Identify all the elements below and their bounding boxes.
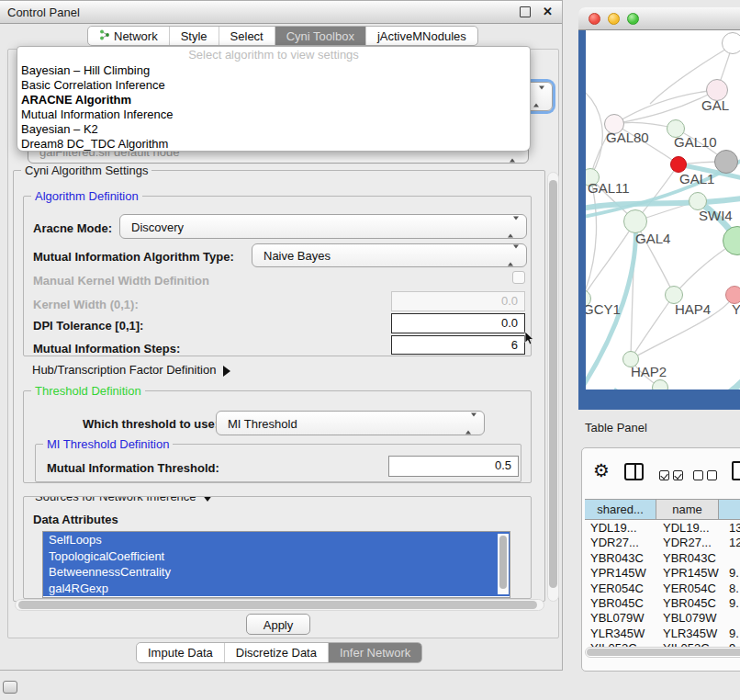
table-horizontal-scrollbar[interactable] <box>585 647 740 658</box>
tab-jactivemnodules[interactable]: jActiveMNodules <box>365 27 477 45</box>
algorithm-popup-placeholder: Select algorithm to view settings <box>17 47 530 63</box>
close-traffic-light[interactable] <box>589 13 600 25</box>
columns-icon[interactable] <box>624 463 644 480</box>
mi-threshold-field[interactable]: 0.5 <box>388 456 519 477</box>
hub-definition-expander[interactable]: Hub/Transcription Factor Definition <box>32 363 230 377</box>
cyni-algorithm-settings-group: Cyni Algorithm Settings Algorithm Defini… <box>13 170 545 602</box>
node-cut-top[interactable] <box>722 32 740 54</box>
minimize-traffic-light[interactable] <box>608 13 620 25</box>
list-scrollbar[interactable] <box>498 534 509 594</box>
mi-algorithm-type-combobox[interactable]: Naive Bayes <box>252 243 527 267</box>
table-panel-title: Table Panel <box>585 421 647 435</box>
algorithm-definition-title: Algorithm Definition <box>31 189 142 203</box>
node-label-hap4: HAP4 <box>675 301 711 317</box>
network-icon <box>99 29 110 43</box>
table-cell: 9. <box>729 596 740 611</box>
mi-steps-label: Mutual Information Steps: <box>33 342 180 356</box>
algorithm-option-bayesian-k2[interactable]: Bayesian – K2 <box>17 122 530 137</box>
gear-icon[interactable]: ⚙ <box>593 460 610 480</box>
table-cell: YDR27... <box>585 536 663 550</box>
dpi-tolerance-label: DPI Tolerance [0,1]: <box>33 319 143 333</box>
data-attribute-item[interactable]: SelfLoops <box>43 532 510 548</box>
kernel-width-field[interactable]: 0.0 <box>391 291 525 311</box>
data-attribute-item[interactable]: TopologicalCoefficient <box>43 548 510 565</box>
desktop: Control Panel ✕ galFiltered.sif default … <box>0 0 740 700</box>
table-cell: 9. <box>729 627 740 641</box>
tab-infer-network[interactable]: Infer Network <box>328 643 421 662</box>
which-threshold-combobox[interactable]: MI Threshold <box>216 411 485 435</box>
table-row[interactable]: YBL079WYBL079W <box>585 611 740 626</box>
node-gray[interactable] <box>714 150 738 174</box>
data-attribute-item[interactable]: gal4RGexp <box>43 581 510 597</box>
mi-steps-field[interactable]: 6 <box>391 335 525 355</box>
algorithm-option-aracne-algorithm[interactable]: ARACNE Algorithm <box>17 93 530 107</box>
node-label-gal: GAL <box>701 97 729 113</box>
which-threshold-label: Which threshold to use: <box>83 417 219 431</box>
algorithm-dropdown-popup: Select algorithm to view settings Bayesi… <box>17 46 531 152</box>
algorithm-option-mutual-information-inference[interactable]: Mutual Information Inference <box>17 107 530 122</box>
node-cut-bottom[interactable] <box>652 379 668 390</box>
aracne-mode-label: Aracne Mode: <box>33 221 112 235</box>
manual-kernel-checkbox[interactable] <box>512 271 525 284</box>
table-cell: YBL079W <box>585 611 663 626</box>
panel-title: Control Panel <box>7 6 520 19</box>
tab-impute-data[interactable]: Impute Data <box>137 643 224 662</box>
algorithm-option-bayesian-hill-climbing[interactable]: Bayesian – Hill Climbing <box>17 63 530 78</box>
tab-label: Cyni Toolbox <box>286 29 354 43</box>
table-header: shared...name <box>585 499 740 520</box>
tab-cyni-toolbox[interactable]: Cyni Toolbox <box>275 27 365 45</box>
settings-group-title: Cyni Algorithm Settings <box>21 164 151 177</box>
algorithm-option-basic-correlation-inference[interactable]: Basic Correlation Inference <box>17 78 530 93</box>
table-row[interactable]: YPR145WYPR145W9. <box>585 566 740 581</box>
table-row[interactable]: YDL19...YDL19...13 <box>585 521 740 536</box>
tab-label: Discretize Data <box>236 646 317 660</box>
table-row[interactable]: YBR045CYBR045C9. <box>585 596 740 611</box>
table-cell <box>729 611 740 626</box>
deselect-all-checkboxes-icon[interactable] <box>693 468 721 484</box>
table-row[interactable]: YBR043CYBR043C <box>585 551 740 566</box>
tab-select[interactable]: Select <box>219 27 275 45</box>
tab-style[interactable]: Style <box>169 27 219 45</box>
algorithm-option-dream8-dc-tdc-algorithm[interactable]: Dream8 DC_TDC Algorithm <box>17 137 530 152</box>
network-window-frame: GALGAL80GAL10GAL1GAL11SWI4GAL4GCY1HAP4YH… <box>578 30 740 410</box>
mi-type-label: Mutual Information Algorithm Type: <box>33 250 234 264</box>
zoom-traffic-light[interactable] <box>627 13 639 25</box>
node-label-swi4: SWI4 <box>699 208 733 223</box>
collapsed-panel-icon[interactable] <box>3 681 17 694</box>
threshold-definition-group: Threshold Definition Which threshold to … <box>23 390 532 483</box>
data-attribute-item[interactable]: BetweennessCentrality <box>43 564 510 581</box>
table-cell: 8. <box>729 581 740 596</box>
column-header-shared[interactable]: shared... <box>585 500 656 519</box>
table-body: YDL19...YDL19...13YDR27...YDR27...12YBR0… <box>585 521 740 647</box>
table-cell: YBL079W <box>663 611 729 626</box>
table-cell: YBR043C <box>663 551 729 566</box>
node-label-gal10: GAL10 <box>674 134 717 150</box>
select-all-checkboxes-icon[interactable] <box>659 468 687 484</box>
aracne-mode-combobox[interactable]: Discovery <box>119 214 527 239</box>
table-cell: YER054C <box>585 581 663 596</box>
table-cell: YBR043C <box>585 551 663 566</box>
network-canvas[interactable]: GALGAL80GAL10GAL1GAL11SWI4GAL4GCY1HAP4YH… <box>586 30 740 390</box>
float-panel-icon[interactable] <box>520 6 531 17</box>
column-header-cut[interactable] <box>719 500 740 519</box>
apply-button[interactable]: Apply <box>246 614 310 635</box>
chevron-updown-icon <box>508 249 519 263</box>
document-icon[interactable] <box>732 461 740 480</box>
expander-right-icon <box>223 366 230 377</box>
mi-threshold-definition-group: MI Threshold Definition Mutual Informati… <box>35 444 521 482</box>
settings-horizontal-scrollbar[interactable] <box>15 599 544 611</box>
node-label-gal4: GAL4 <box>635 231 670 246</box>
network-window-titlebar <box>578 7 740 30</box>
mouse-cursor <box>524 332 535 346</box>
table-row[interactable]: YDR27...YDR27...12 <box>585 536 740 550</box>
table-row[interactable]: YLR345WYLR345W9. <box>585 627 740 641</box>
dpi-tolerance-field[interactable]: 0.0 <box>391 313 525 333</box>
column-header-name[interactable]: name <box>656 500 719 519</box>
tab-network[interactable]: Network <box>88 27 169 45</box>
settings-vertical-scrollbar[interactable] <box>547 172 559 602</box>
table-cell: YDL19... <box>585 521 663 536</box>
tab-discretize-data[interactable]: Discretize Data <box>224 643 328 662</box>
node-label-y: Y <box>732 301 740 317</box>
close-icon[interactable]: ✕ <box>543 7 553 17</box>
table-row[interactable]: YER054CYER054C8. <box>585 581 740 596</box>
